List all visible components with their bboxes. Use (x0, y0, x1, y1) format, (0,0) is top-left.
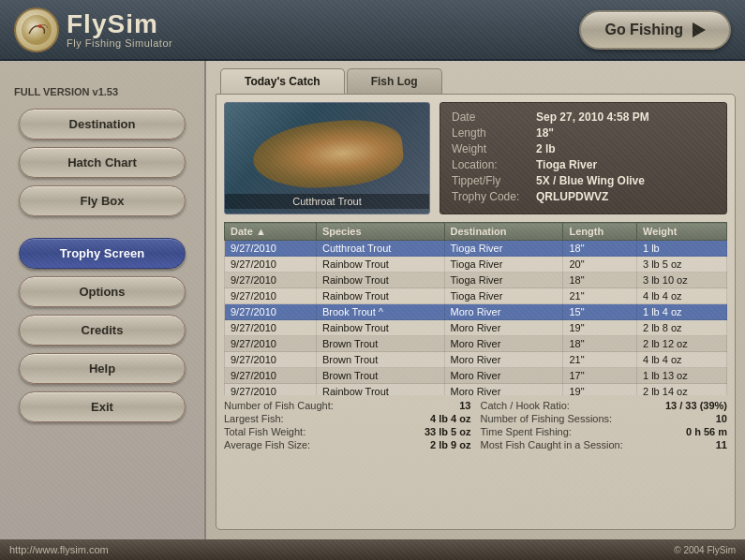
table-row[interactable]: 9/27/2010Cutthroat TroutTioga River18"1 … (225, 241, 727, 257)
sidebar-item-exit[interactable]: Exit (19, 391, 186, 422)
col-species[interactable]: Species (316, 223, 444, 241)
stat-value: 13 (459, 400, 470, 411)
weight-label: Weight (452, 142, 536, 155)
col-destination[interactable]: Destination (444, 223, 563, 241)
cell-species: Rainbow Trout (316, 273, 444, 288)
stat-label: Number of Fish Caught: (224, 400, 334, 411)
weight-value: 2 lb (536, 142, 556, 155)
cell-date: 9/27/2010 (225, 304, 317, 320)
tab-fish-log[interactable]: Fish Log (347, 68, 442, 94)
detail-location: Location: Tioga River (452, 158, 715, 171)
cell-length: 18" (563, 241, 637, 257)
cell-destination: Moro River (444, 336, 563, 352)
cell-destination: Tioga River (444, 288, 563, 304)
tippet-value: 5X / Blue Wing Olive (536, 174, 645, 187)
cell-date: 9/27/2010 (225, 384, 317, 396)
stat-row: Time Spent Fishing:0 h 56 m (481, 426, 728, 437)
table-row[interactable]: 9/27/2010Brown TroutMoro River17"1 lb 13… (225, 368, 727, 384)
detail-tippet: Tippet/Fly 5X / Blue Wing Olive (452, 174, 715, 187)
sidebar-item-help[interactable]: Help (19, 353, 186, 384)
cell-destination: Moro River (444, 368, 563, 384)
detail-weight: Weight 2 lb (452, 142, 715, 155)
cell-destination: Moro River (444, 320, 563, 336)
stat-value: 33 lb 5 oz (425, 426, 471, 437)
cell-date: 9/27/2010 (225, 352, 317, 368)
cell-weight: 3 lb 10 oz (636, 273, 726, 288)
cell-species: Brown Trout (316, 352, 444, 368)
cell-length: 18" (563, 336, 637, 352)
cell-length: 21" (563, 288, 637, 304)
fish-image (224, 102, 430, 214)
sidebar-item-options[interactable]: Options (19, 276, 186, 307)
cell-species: Rainbow Trout (316, 257, 444, 273)
stat-row: Catch / Hook Ratio:13 / 33 (39%) (481, 400, 728, 411)
detail-length: Length 18" (452, 126, 715, 140)
logo-subtitle: Fly Fishing Simulator (67, 37, 172, 49)
logo-area: FlySim Fly Fishing Simulator (14, 7, 172, 52)
stats-left: Number of Fish Caught:13Largest Fish:4 l… (224, 400, 471, 452)
cell-destination: Tioga River (444, 273, 563, 288)
stat-value: 13 / 33 (39%) (665, 400, 727, 411)
cell-destination: Moro River (444, 304, 563, 320)
play-icon (693, 22, 706, 37)
stat-row: Number of Fish Caught:13 (224, 400, 471, 411)
sidebar: FULL VERSION v1.53 DestinationHatch Char… (0, 61, 206, 539)
cell-weight: 2 lb 12 oz (636, 336, 726, 352)
col-weight[interactable]: Weight (636, 223, 726, 241)
table-row[interactable]: 9/27/2010Rainbow TroutTioga River18"3 lb… (225, 273, 727, 288)
version-display: FULL VERSION v1.53 (0, 84, 204, 105)
stat-row: Most Fish Caught in a Session:11 (481, 439, 728, 450)
table-row[interactable]: 9/27/2010Rainbow TroutTioga River21"4 lb… (225, 288, 727, 304)
table-row[interactable]: 9/27/2010Rainbow TroutMoro River19"2 lb … (225, 384, 727, 396)
col-length[interactable]: Length (563, 223, 637, 241)
stat-label: Largest Fish: (224, 413, 284, 424)
cell-weight: 2 lb 14 oz (636, 384, 726, 396)
col-date[interactable]: Date ▲ (225, 223, 317, 241)
table-row[interactable]: 9/27/2010Brown TroutMoro River18"2 lb 12… (225, 336, 727, 352)
cell-weight: 4 lb 4 oz (636, 288, 726, 304)
go-fishing-button[interactable]: Go Fishing (579, 10, 731, 50)
logo-title: FlySim (67, 11, 172, 37)
stat-label: Catch / Hook Ratio: (481, 400, 570, 411)
stat-row: Total Fish Weight:33 lb 5 oz (224, 426, 471, 437)
logo-icon (14, 7, 59, 52)
table-row[interactable]: 9/27/2010Rainbow TroutMoro River19"2 lb … (225, 320, 727, 336)
cell-species: Rainbow Trout (316, 384, 444, 396)
stat-label: Number of Fishing Sessions: (481, 413, 613, 424)
cell-date: 9/27/2010 (225, 288, 317, 304)
date-value: Sep 27, 2010 4:58 PM (536, 111, 649, 124)
cell-species: Brown Trout (316, 336, 444, 352)
logo-text-area: FlySim Fly Fishing Simulator (67, 11, 172, 49)
stat-label: Time Spent Fishing: (481, 426, 572, 437)
sidebar-item-hatch-chart[interactable]: Hatch Chart (19, 147, 186, 178)
stat-value: 4 lb 4 oz (430, 413, 470, 424)
sidebar-item-credits[interactable]: Credits (19, 315, 186, 346)
go-fishing-label: Go Fishing (604, 22, 683, 38)
stat-row: Number of Fishing Sessions:10 (481, 413, 728, 424)
cell-weight: 1 lb 13 oz (636, 368, 726, 384)
stat-row: Average Fish Size:2 lb 9 oz (224, 439, 471, 450)
cell-date: 9/27/2010 (225, 273, 317, 288)
stat-value: 11 (716, 439, 727, 450)
sidebar-item-trophy-screen[interactable]: Trophy Screen (19, 238, 186, 269)
cell-species: Brown Trout (316, 368, 444, 384)
copyright-text: © 2004 FlySim (674, 545, 736, 555)
detail-trophy: Trophy Code: QRLUPDWVZ (452, 190, 715, 203)
cell-weight: 2 lb 8 oz (636, 320, 726, 336)
table-row[interactable]: 9/27/2010Brown TroutMoro River21"4 lb 4 … (225, 352, 727, 368)
stats-section: Number of Fish Caught:13Largest Fish:4 l… (224, 400, 727, 452)
trophy-value: QRLUPDWVZ (536, 190, 608, 203)
cell-date: 9/27/2010 (225, 241, 317, 257)
table-body: 9/27/2010Cutthroat TroutTioga River18"1 … (225, 241, 727, 396)
tippet-label: Tippet/Fly (452, 174, 536, 187)
fish-table-container[interactable]: Date ▲ Species Destination Length Weight… (224, 222, 727, 395)
cell-length: 19" (563, 384, 637, 396)
table-row[interactable]: 9/27/2010Brook Trout ^Moro River15"1 lb … (225, 304, 727, 320)
cell-length: 20" (563, 257, 637, 273)
table-row[interactable]: 9/27/2010Rainbow TroutTioga River20"3 lb… (225, 257, 727, 273)
sidebar-item-fly-box[interactable]: Fly Box (19, 185, 186, 216)
date-label: Date (452, 111, 536, 124)
tab-todays-catch[interactable]: Today's Catch (220, 68, 345, 94)
sidebar-item-destination[interactable]: Destination (19, 109, 186, 140)
cell-length: 17" (563, 368, 637, 384)
